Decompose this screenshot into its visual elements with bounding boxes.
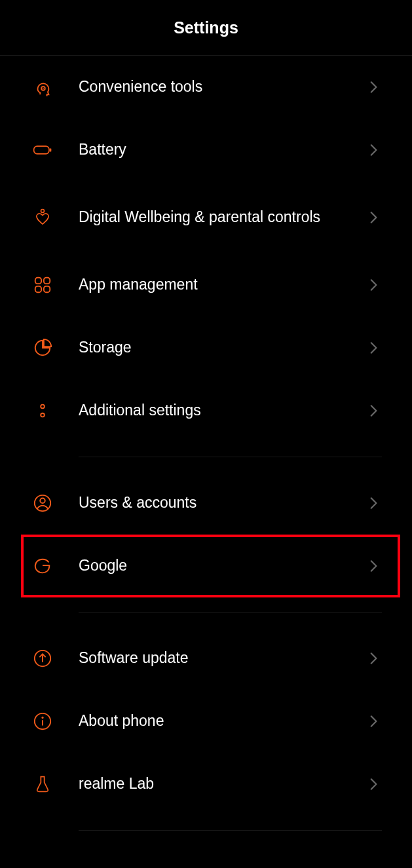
svg-point-10 xyxy=(41,413,45,417)
settings-item-label: Google xyxy=(79,556,366,576)
info-icon xyxy=(33,711,79,731)
settings-item-label: About phone xyxy=(79,711,366,731)
update-icon xyxy=(33,649,79,668)
settings-list: Convenience tools Battery Digital Wellbe… xyxy=(0,56,412,868)
svg-point-12 xyxy=(40,499,45,504)
settings-item-label: realme Lab xyxy=(79,774,366,794)
head-gear-icon xyxy=(33,77,79,97)
svg-point-1 xyxy=(43,88,44,89)
divider xyxy=(79,612,382,613)
settings-item-app-mgmt[interactable]: App management xyxy=(0,254,412,316)
settings-item-software[interactable]: Software update xyxy=(0,627,412,690)
settings-item-additional[interactable]: Additional settings xyxy=(0,379,412,442)
chevron-right-icon xyxy=(366,559,382,573)
chevron-right-icon xyxy=(366,777,382,791)
chevron-right-icon xyxy=(366,143,382,157)
settings-item-label: Software update xyxy=(79,649,366,668)
settings-item-label: Additional settings xyxy=(79,401,366,421)
settings-item-lab[interactable]: realme Lab xyxy=(0,753,412,816)
settings-item-google[interactable]: Google xyxy=(0,535,412,597)
flask-icon xyxy=(33,774,79,794)
chevron-right-icon xyxy=(366,80,382,94)
divider xyxy=(79,830,382,831)
header: Settings xyxy=(0,0,412,56)
chevron-right-icon xyxy=(366,341,382,355)
google-icon xyxy=(33,556,79,576)
page-title: Settings xyxy=(174,18,238,37)
svg-point-16 xyxy=(41,717,43,719)
settings-item-label: App management xyxy=(79,275,366,295)
chevron-right-icon xyxy=(366,496,382,510)
svg-rect-6 xyxy=(44,278,50,284)
chevron-right-icon xyxy=(366,714,382,728)
chevron-right-icon xyxy=(366,278,382,292)
battery-icon xyxy=(33,140,79,160)
svg-rect-8 xyxy=(44,286,50,292)
settings-item-label: Battery xyxy=(79,140,366,160)
settings-item-battery[interactable]: Battery xyxy=(0,119,412,181)
pie-icon xyxy=(33,338,79,358)
chevron-right-icon xyxy=(366,404,382,418)
settings-item-wellbeing[interactable]: Digital Wellbeing & parental controls xyxy=(0,181,412,254)
settings-item-convenience[interactable]: Convenience tools xyxy=(0,56,412,119)
settings-item-label: Storage xyxy=(79,338,366,358)
user-circle-icon xyxy=(33,493,79,513)
svg-rect-5 xyxy=(35,278,41,284)
more-dots-icon xyxy=(33,401,79,421)
settings-item-label: Convenience tools xyxy=(79,77,366,97)
settings-item-about[interactable]: About phone xyxy=(0,690,412,753)
settings-item-label: Digital Wellbeing & parental controls xyxy=(79,208,366,227)
svg-rect-2 xyxy=(34,146,49,154)
heart-user-icon xyxy=(33,208,79,227)
apps-icon xyxy=(33,275,79,295)
svg-point-9 xyxy=(41,405,45,409)
settings-item-label: Users & accounts xyxy=(79,493,366,513)
svg-rect-7 xyxy=(35,286,41,292)
svg-rect-3 xyxy=(50,149,52,152)
chevron-right-icon xyxy=(366,651,382,666)
chevron-right-icon xyxy=(366,210,382,225)
svg-point-4 xyxy=(41,210,45,213)
divider xyxy=(79,457,382,457)
settings-item-storage[interactable]: Storage xyxy=(0,316,412,379)
settings-item-users[interactable]: Users & accounts xyxy=(0,472,412,535)
